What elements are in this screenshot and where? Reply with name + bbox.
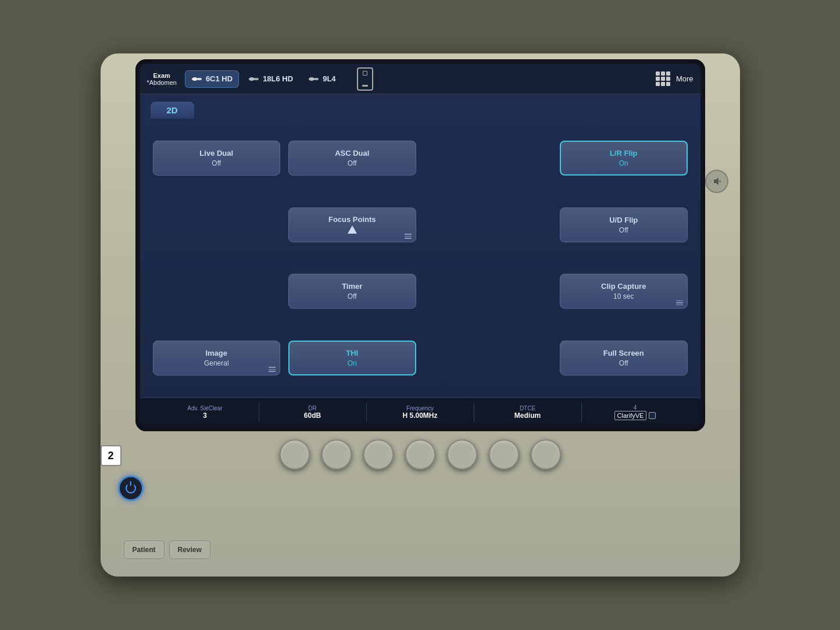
clarifyve-container: ClarifyVE xyxy=(614,411,656,420)
asc-dual-button[interactable]: ASC Dual Off xyxy=(288,141,416,176)
clarifyve-checkbox[interactable] xyxy=(649,412,656,419)
dr-value: 60dB xyxy=(304,411,321,420)
thi-title: THI xyxy=(346,349,358,358)
image-general-value: General xyxy=(204,359,229,367)
knob-7[interactable] xyxy=(531,439,561,470)
knob-4[interactable] xyxy=(405,439,435,470)
volume-knob[interactable] xyxy=(705,170,728,193)
probe-2-icon xyxy=(248,73,260,85)
patient-button[interactable]: Patient xyxy=(124,540,165,559)
lr-flip-value: On xyxy=(619,159,628,167)
svg-point-0 xyxy=(192,77,198,81)
status-bar: Adv. SieClear 3 DR 60dB Frequency H 5.00… xyxy=(140,398,700,427)
probe-3-icon xyxy=(308,73,320,85)
knob-5[interactable] xyxy=(447,439,477,470)
image-menu-icon xyxy=(269,367,276,372)
knob-row xyxy=(135,439,705,470)
exam-value: *Abdomen xyxy=(147,79,177,86)
ud-flip-button[interactable]: U/D Flip Off xyxy=(560,207,688,242)
freq-value: H 5.00MHz xyxy=(402,411,437,420)
focus-triangle-icon xyxy=(348,225,357,234)
svg-rect-3 xyxy=(254,78,259,80)
power-button[interactable] xyxy=(118,475,144,501)
live-dual-button[interactable]: Live Dual Off xyxy=(153,141,281,176)
more-label[interactable]: More xyxy=(676,74,694,83)
focus-points-title: Focus Points xyxy=(328,215,376,224)
clip-menu-icon xyxy=(676,300,683,306)
asc-dual-value: Off xyxy=(348,159,357,167)
timer-title: Timer xyxy=(342,282,362,291)
device-body: Exam *Abdomen 6C1 HD xyxy=(101,53,740,577)
status-adv-sieclear[interactable]: Adv. SieClear 3 xyxy=(152,403,259,422)
probe-1-icon xyxy=(191,73,203,85)
dtce-value: Medium xyxy=(514,411,541,420)
phone-icon-area xyxy=(357,67,373,91)
top-nav: Exam *Abdomen 6C1 HD xyxy=(140,64,700,94)
status-dtce[interactable]: DTCE Medium xyxy=(474,403,582,422)
exam-section[interactable]: Exam *Abdomen xyxy=(147,72,177,86)
knob-3[interactable] xyxy=(363,439,394,470)
svg-rect-5 xyxy=(314,78,319,80)
lr-flip-button[interactable]: L/R Flip On xyxy=(560,141,688,176)
svg-rect-1 xyxy=(197,78,202,80)
ud-flip-title: U/D Flip xyxy=(609,216,638,225)
tab-bar: 2D xyxy=(140,94,700,119)
lr-flip-title: L/R Flip xyxy=(610,149,638,158)
status-clarifyve[interactable]: 4 ClarifyVE xyxy=(582,402,689,423)
knob-6[interactable] xyxy=(489,439,519,470)
adv-label: Adv. SieClear xyxy=(187,405,222,411)
knob-1[interactable] xyxy=(280,439,310,470)
probe-2-label: 18L6 HD xyxy=(263,74,293,83)
screen: Exam *Abdomen 6C1 HD xyxy=(140,64,700,427)
asc-dual-title: ASC Dual xyxy=(335,149,369,158)
thi-button[interactable]: THI On xyxy=(288,341,416,375)
number-2-label: 2 xyxy=(101,445,121,466)
dr-label: DR xyxy=(308,405,316,411)
clarifyve-number: 4 xyxy=(634,405,637,411)
adv-value: 3 xyxy=(203,411,207,420)
bottom-buttons: Patient Review xyxy=(124,540,210,559)
ud-flip-value: Off xyxy=(619,226,628,234)
probe-2-button[interactable]: 18L6 HD xyxy=(242,71,299,87)
status-dr[interactable]: DR 60dB xyxy=(259,403,367,422)
power-icon xyxy=(126,483,136,493)
live-dual-value: Off xyxy=(212,159,221,167)
tab-2d[interactable]: 2D xyxy=(151,102,194,119)
probe-1-label: 6C1 HD xyxy=(206,74,233,83)
image-general-title: Image xyxy=(205,349,227,358)
clip-capture-value: 10 sec xyxy=(613,292,634,300)
full-screen-button[interactable]: Full Screen Off xyxy=(560,341,688,375)
timer-button[interactable]: Timer Off xyxy=(288,274,416,309)
review-button[interactable]: Review xyxy=(169,540,210,559)
knob-2[interactable] xyxy=(321,439,352,470)
status-frequency[interactable]: Frequency H 5.00MHz xyxy=(367,403,474,422)
power-area xyxy=(118,475,144,501)
right-col-1: L/R Flip On xyxy=(560,141,688,176)
svg-point-2 xyxy=(249,77,255,81)
probe-3-button[interactable]: 9L4 xyxy=(302,71,341,87)
grid-icon[interactable] xyxy=(656,71,670,86)
dtce-label: DTCE xyxy=(520,405,535,411)
full-screen-value: Off xyxy=(619,359,628,367)
thi-value: On xyxy=(348,359,357,367)
focus-points-button[interactable]: Focus Points xyxy=(288,207,416,242)
focus-menu-icon xyxy=(405,234,412,239)
screen-bezel: Exam *Abdomen 6C1 HD xyxy=(135,59,705,431)
clip-capture-button[interactable]: Clip Capture 10 sec xyxy=(560,274,688,309)
clip-capture-title: Clip Capture xyxy=(601,282,646,291)
volume-icon xyxy=(711,176,723,187)
full-screen-title: Full Screen xyxy=(603,349,644,358)
live-dual-title: Live Dual xyxy=(199,149,233,158)
probe-3-label: 9L4 xyxy=(323,74,335,83)
freq-label: Frequency xyxy=(406,405,434,411)
timer-value: Off xyxy=(348,292,357,300)
content-grid: Live Dual Off ASC Dual Off L/R Flip On xyxy=(140,119,700,398)
svg-marker-6 xyxy=(714,178,719,185)
clarifyve-label: ClarifyVE xyxy=(614,411,647,420)
phone-icon xyxy=(357,67,373,91)
exam-label: Exam xyxy=(153,72,170,79)
probe-1-button[interactable]: 6C1 HD xyxy=(185,70,239,88)
svg-point-4 xyxy=(309,77,314,81)
image-general-button[interactable]: Image General xyxy=(153,341,281,375)
